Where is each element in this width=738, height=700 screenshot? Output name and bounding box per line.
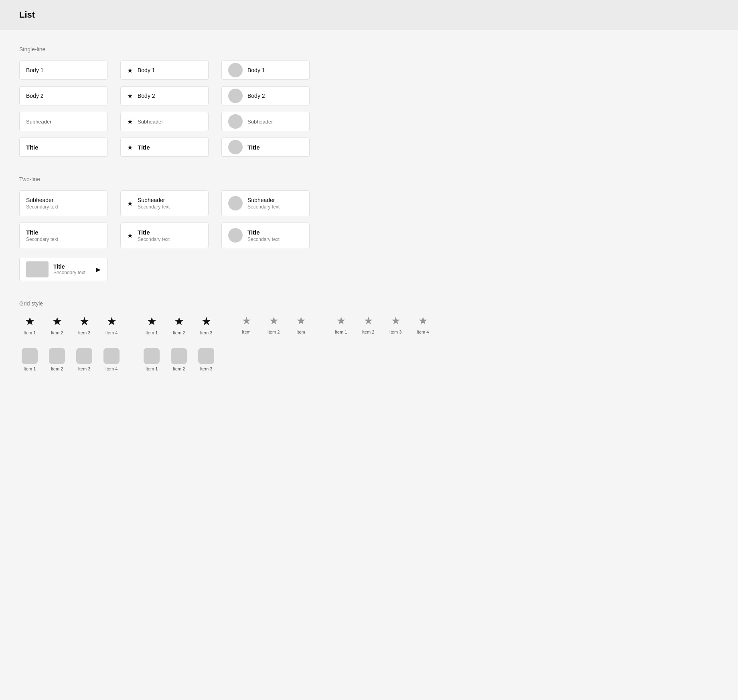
grid-label: Item 2 xyxy=(51,366,63,371)
grid-label: Item 4 xyxy=(105,330,118,335)
two-line-columns: Subheader Secondary text Title Secondary… xyxy=(19,190,462,248)
grid-label: Item 1 xyxy=(24,366,36,371)
media-list-item[interactable]: Title Secondary text ▶ xyxy=(19,258,107,281)
grid-item[interactable]: ★ Item 1 xyxy=(19,315,40,335)
grid-item[interactable]: ★ Item 2 xyxy=(168,315,189,335)
two-line-star-column: ★ Subheader Secondary text ★ Title Secon… xyxy=(120,190,209,248)
item-secondary: Secondary text xyxy=(138,237,170,242)
list-item[interactable]: ★ Title xyxy=(120,138,209,157)
grid-item[interactable]: ★ Item 2 xyxy=(358,315,379,334)
grid-label: Item 2 xyxy=(173,366,185,371)
grid-item[interactable]: ★ Item 1 xyxy=(330,315,351,334)
grid-item[interactable]: Item 3 xyxy=(74,348,95,371)
item-text: Body 1 xyxy=(26,67,44,73)
grid-group: ★ Item ★ Item 2 ★ Item xyxy=(236,315,311,335)
grid-item[interactable]: Item 1 xyxy=(19,348,40,371)
item-secondary: Secondary text xyxy=(247,204,280,210)
list-item[interactable]: Body 1 xyxy=(221,61,310,80)
grid-item[interactable]: ★ Item 3 xyxy=(196,315,217,335)
list-item[interactable]: Title Secondary text xyxy=(19,223,107,248)
star-icon: ★ xyxy=(201,315,211,328)
item-primary: Subheader xyxy=(26,197,58,203)
item-text: Body 2 xyxy=(138,93,155,99)
grid-item[interactable]: ★ Item 3 xyxy=(74,315,95,335)
grid-square-icon xyxy=(198,348,214,364)
list-item[interactable]: Body 2 xyxy=(19,86,107,105)
item-primary: Subheader xyxy=(138,197,170,203)
grid-item[interactable]: ★ Item xyxy=(236,315,257,334)
grid-item[interactable]: Item 2 xyxy=(168,348,189,371)
grid-label: Item 4 xyxy=(417,330,429,334)
list-item[interactable]: Subheader Secondary text xyxy=(221,190,310,216)
list-item[interactable]: Subheader xyxy=(19,112,107,131)
item-secondary: Secondary text xyxy=(26,204,58,210)
item-text: Body 1 xyxy=(247,67,265,73)
list-item[interactable]: Subheader Secondary text xyxy=(19,190,107,216)
list-item[interactable]: ★ Body 1 xyxy=(120,61,209,80)
grid-label: Item xyxy=(242,330,250,334)
page-title: List xyxy=(19,10,35,20)
grid-row: Item 1 Item 2 Item 3 Item 4 xyxy=(19,348,122,371)
item-text: Subheader xyxy=(138,119,163,125)
grid-style-label: Grid style xyxy=(19,300,462,307)
single-line-avatar-column: Body 1 Body 2 Subheader Title xyxy=(221,61,310,157)
grid-square-icon xyxy=(22,348,38,364)
avatar xyxy=(228,89,243,103)
list-item[interactable]: ★ Subheader xyxy=(120,112,209,131)
grid-group: Item 1 Item 2 Item 3 Item 4 xyxy=(19,348,122,371)
grid-square-icon xyxy=(144,348,160,364)
grid-item[interactable]: Item 3 xyxy=(196,348,217,371)
grid-item[interactable]: Item 4 xyxy=(101,348,122,371)
star-icon: ★ xyxy=(107,315,117,328)
item-text: Body 2 xyxy=(247,93,265,99)
list-item[interactable]: Title Secondary text xyxy=(221,223,310,248)
grid-item[interactable]: Item 1 xyxy=(141,348,162,371)
grid-item[interactable]: ★ Item 3 xyxy=(385,315,406,334)
item-text: Subheader xyxy=(26,119,52,125)
grid-item[interactable]: ★ Item 2 xyxy=(263,315,284,334)
list-item[interactable]: Title xyxy=(221,138,310,157)
star-icon: ★ xyxy=(337,315,346,327)
grid-item[interactable]: ★ Item 4 xyxy=(101,315,122,335)
grid-label: Item 1 xyxy=(24,330,36,335)
two-line-label: Two-line xyxy=(19,176,462,182)
item-secondary: Secondary text xyxy=(26,237,58,242)
grid-item[interactable]: ★ Item 1 xyxy=(141,315,162,335)
star-icon: ★ xyxy=(391,315,400,327)
grid-label: Item 4 xyxy=(105,366,118,371)
list-item[interactable]: Body 1 xyxy=(19,61,107,80)
grid-square-icon xyxy=(171,348,187,364)
item-primary: Title xyxy=(247,229,280,236)
grid-square-icon xyxy=(103,348,120,364)
page-header: List xyxy=(0,0,738,30)
single-line-columns: Body 1 Body 2 Subheader Title ★ Body 1 xyxy=(19,61,462,157)
grid-item[interactable]: ★ Item 4 xyxy=(412,315,433,334)
list-item[interactable]: Title xyxy=(19,138,107,157)
star-icon: ★ xyxy=(418,315,428,327)
avatar xyxy=(228,196,243,210)
grid-label: Item 3 xyxy=(78,330,91,335)
grid-label: Item 2 xyxy=(268,330,280,334)
grid-item[interactable]: ★ Item 2 xyxy=(47,315,67,335)
item-secondary: Secondary text xyxy=(138,204,170,210)
avatar xyxy=(228,63,243,77)
list-item[interactable]: ★ Subheader Secondary text xyxy=(120,190,209,216)
star-icon: ★ xyxy=(127,118,133,125)
item-text: Body 2 xyxy=(26,93,44,99)
star-icon: ★ xyxy=(127,232,133,239)
star-icon: ★ xyxy=(79,315,89,328)
grid-row: ★ Item 1 ★ Item 2 ★ Item 3 xyxy=(141,315,217,335)
star-icon: ★ xyxy=(127,92,133,100)
grid-item[interactable]: Item 2 xyxy=(47,348,67,371)
grid-item[interactable]: ★ Item xyxy=(290,315,311,334)
grid-square-icon xyxy=(49,348,65,364)
list-item[interactable]: Body 2 xyxy=(221,86,310,105)
grid-group: ★ Item 1 ★ Item 2 ★ Item 3 xyxy=(141,315,217,335)
star-icon: ★ xyxy=(174,315,184,328)
list-item[interactable]: Subheader xyxy=(221,112,310,131)
grid-star-section: ★ Item 1 ★ Item 2 ★ Item 3 ★ Item 4 xyxy=(19,315,462,335)
item-primary: Subheader xyxy=(247,197,280,203)
list-item[interactable]: ★ Body 2 xyxy=(120,86,209,105)
list-item[interactable]: ★ Title Secondary text xyxy=(120,223,209,248)
star-icon: ★ xyxy=(127,200,133,207)
